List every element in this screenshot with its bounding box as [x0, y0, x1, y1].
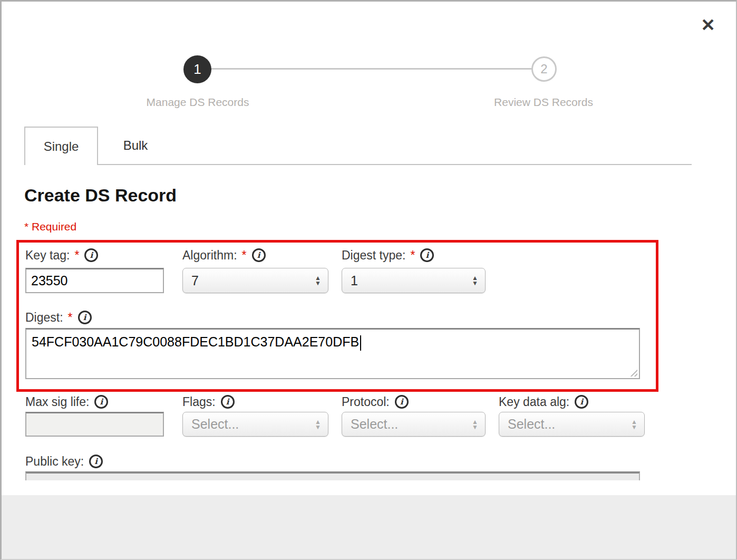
info-icon[interactable]: i	[252, 248, 266, 262]
info-icon[interactable]: i	[420, 248, 434, 262]
key-tag-input[interactable]	[25, 268, 164, 293]
step-1-circle: 1	[183, 55, 211, 83]
required-note: * Required	[24, 220, 76, 233]
flags-select-placeholder: Select...	[191, 417, 239, 432]
info-icon[interactable]: i	[89, 455, 103, 468]
flags-label: Flags: i	[182, 394, 235, 410]
close-icon[interactable]: ✕	[696, 13, 720, 36]
select-arrows-icon: ▲ ▼	[315, 419, 321, 430]
chevron-down-icon: ▼	[472, 424, 478, 430]
required-asterisk: *	[68, 311, 73, 325]
info-icon[interactable]: i	[575, 395, 588, 409]
digest-value: 54FCF030AA1C79C0088FDEC1BD1C37DAA2E70DFB	[32, 334, 359, 349]
modal-footer: Cancel Back Next	[2, 495, 736, 559]
key-data-alg-select-placeholder: Select...	[508, 417, 555, 432]
info-icon[interactable]: i	[94, 395, 108, 409]
required-asterisk: *	[74, 248, 79, 263]
key-data-alg-label: Key data alg: i	[499, 394, 588, 410]
digest-type-select[interactable]: 1 ▲ ▼	[342, 268, 486, 293]
tab-bulk[interactable]: Bulk	[98, 127, 173, 164]
resize-handle-icon[interactable]	[629, 368, 637, 376]
digest-label-text: Digest:	[25, 311, 63, 325]
public-key-label-text: Public key:	[25, 455, 84, 469]
digest-label: Digest: * i	[25, 310, 92, 325]
info-icon[interactable]: i	[84, 248, 98, 262]
step-2-circle: 2	[531, 56, 557, 82]
key-data-alg-label-text: Key data alg:	[499, 395, 569, 409]
protocol-select[interactable]: Select... ▲ ▼	[342, 412, 486, 437]
chevron-down-icon: ▼	[315, 281, 321, 286]
algorithm-label-text: Algorithm:	[182, 248, 237, 263]
max-sig-life-input[interactable]	[25, 412, 164, 437]
tab-single[interactable]: Single	[24, 127, 98, 165]
chevron-down-icon: ▼	[472, 281, 478, 286]
flags-label-text: Flags:	[182, 395, 216, 409]
text-cursor	[360, 335, 361, 351]
select-arrows-icon: ▲ ▼	[315, 275, 321, 286]
algorithm-select-value: 7	[191, 273, 199, 288]
digest-textarea[interactable]: 54FCF030AA1C79C0088FDEC1BD1C37DAA2E70DFB	[25, 328, 640, 379]
public-key-textarea[interactable]	[25, 471, 640, 480]
required-asterisk: *	[410, 248, 415, 263]
create-ds-record-modal: ✕ 1 2 Manage DS Records Review DS Record…	[0, 0, 737, 560]
step-1-label: Manage DS Records	[133, 96, 262, 109]
algorithm-select[interactable]: 7 ▲ ▼	[182, 268, 328, 293]
max-sig-life-label-text: Max sig life:	[25, 395, 89, 409]
protocol-select-placeholder: Select...	[351, 417, 398, 432]
chevron-down-icon: ▼	[631, 424, 637, 430]
flags-select[interactable]: Select... ▲ ▼	[182, 412, 328, 437]
info-icon[interactable]: i	[78, 311, 92, 324]
max-sig-life-label: Max sig life: i	[25, 394, 108, 410]
chevron-down-icon: ▼	[315, 424, 321, 430]
algorithm-label: Algorithm: * i	[182, 247, 266, 263]
select-arrows-icon: ▲ ▼	[472, 419, 478, 430]
page-title: Create DS Record	[24, 185, 177, 206]
public-key-label: Public key: i	[25, 453, 103, 469]
info-icon[interactable]: i	[221, 395, 235, 409]
protocol-label-text: Protocol:	[342, 395, 390, 409]
select-arrows-icon: ▲ ▼	[631, 419, 637, 430]
stepper-connector-line	[211, 68, 532, 70]
tab-bottom-border	[24, 164, 692, 165]
key-tag-label-text: Key tag:	[25, 248, 70, 263]
digest-type-select-value: 1	[351, 273, 358, 288]
protocol-label: Protocol: i	[342, 394, 409, 410]
digest-type-label-text: Digest type:	[342, 248, 405, 263]
key-data-alg-select[interactable]: Select... ▲ ▼	[499, 412, 645, 437]
digest-type-label: Digest type: * i	[342, 247, 434, 263]
step-2-label: Review DS Records	[479, 96, 608, 109]
select-arrows-icon: ▲ ▼	[472, 275, 478, 286]
key-tag-label: Key tag: * i	[25, 247, 98, 263]
info-icon[interactable]: i	[395, 395, 409, 409]
required-asterisk: *	[242, 248, 247, 263]
